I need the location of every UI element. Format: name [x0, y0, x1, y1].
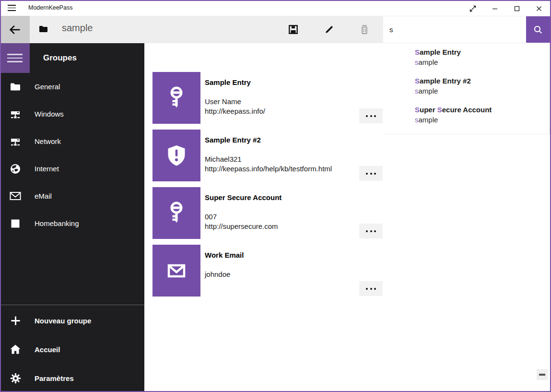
search-results-dropdown: Sample Entry sample Sample Entry #2 samp… — [383, 43, 550, 134]
more-options-button[interactable] — [359, 108, 383, 123]
back-arrow-icon — [8, 23, 22, 36]
search-result-item[interactable]: Super Secure Account sample — [415, 105, 539, 125]
entry-details: 007 http://supersecure.com — [205, 212, 278, 231]
entry-tile[interactable] — [152, 245, 200, 297]
sidebar-item-label: Network — [35, 137, 61, 145]
entry-title: Super Secure Account — [205, 193, 281, 202]
search-result-title: Sample Entry #2 — [415, 76, 539, 86]
new-group-button[interactable]: Nouveau groupe — [0, 306, 144, 335]
entry-tile[interactable] — [152, 187, 200, 239]
entry-title: Work Email — [205, 250, 244, 260]
search-result-item[interactable]: Sample Entry sample — [415, 48, 539, 67]
search-result-subtitle: sample — [415, 58, 539, 67]
entry-title: Sample Entry — [205, 78, 251, 87]
entry-username: User Name — [205, 97, 265, 107]
search-result-title: Sample Entry — [415, 48, 539, 57]
entry-username: Michael321 — [205, 154, 332, 164]
sidebar-item-label: eMail — [35, 192, 52, 200]
entry-username: 007 — [205, 212, 278, 222]
search-result-item[interactable]: Sample Entry #2 sample — [415, 76, 539, 96]
entry-url: http://keepass.info/ — [205, 107, 265, 116]
window-controls — [462, 1, 550, 16]
sidebar-footer: Nouveau groupe Accueil — [0, 306, 144, 392]
envelope-icon — [10, 191, 21, 201]
close-button[interactable] — [528, 1, 550, 16]
edit-pencil-icon — [324, 24, 334, 35]
plus-icon — [10, 315, 21, 326]
entry-url: http://supersecure.com — [205, 222, 278, 231]
entry-title: Sample Entry #2 — [205, 135, 261, 145]
sidebar-item-windows[interactable]: Windows — [0, 100, 144, 128]
minimize-icon — [491, 5, 499, 12]
minus-icon — [539, 374, 545, 376]
database-title: sample — [62, 23, 93, 34]
titlebar-hamburger-icon[interactable] — [0, 0, 23, 16]
database-folder-icon — [39, 25, 48, 35]
workgroup-icon — [10, 109, 21, 119]
sidebar-item-label: Windows — [35, 110, 64, 118]
delete-button[interactable] — [353, 16, 376, 43]
sidebar-item-label: General — [35, 83, 60, 91]
more-options-button[interactable] — [359, 281, 383, 296]
shield-alert-icon — [163, 142, 190, 169]
globe-icon — [10, 163, 21, 175]
search-result-title: Super Secure Account — [415, 105, 539, 115]
group-list: General Windows Network Internet — [0, 73, 144, 237]
entry-row: Work Email johndoe — [152, 245, 383, 297]
entry-details: johndoe — [205, 270, 230, 279]
home-icon — [10, 344, 21, 355]
sidebar-item-label: Paramètres — [35, 374, 74, 382]
entry-row: Super Secure Account 007 http://supersec… — [152, 187, 383, 239]
search-result-subtitle: sample — [415, 86, 539, 96]
save-button[interactable] — [281, 16, 305, 43]
settings-button[interactable]: Paramètres — [0, 364, 144, 392]
window-title: ModernKeePass — [28, 0, 72, 16]
sidebar-separator — [0, 305, 144, 305]
envelope-icon — [163, 257, 190, 284]
sidebar-hamburger-button[interactable] — [0, 43, 30, 73]
sidebar-item-label: Internet — [35, 165, 59, 173]
save-icon — [288, 24, 298, 35]
search-result-subtitle: sample — [415, 115, 539, 125]
sidebar-item-general[interactable]: General — [0, 73, 144, 100]
sidebar-item-email[interactable]: eMail — [0, 182, 144, 210]
zoom-out-button[interactable] — [537, 369, 548, 380]
maximize-icon — [513, 5, 521, 12]
more-options-button[interactable] — [359, 224, 383, 238]
sidebar-item-network[interactable]: Network — [0, 128, 144, 155]
sidebar-item-homebanking[interactable]: Homebanking — [0, 210, 144, 237]
entry-url: http://keepass.info/help/kb/testform.htm… — [205, 164, 332, 174]
entry-row: Sample Entry User Name http://keepass.in… — [152, 72, 383, 124]
sidebar-heading: Groupes — [43, 43, 77, 73]
sidebar-item-label: Homebanking — [35, 219, 79, 227]
sidebar: Groupes General Windows Network — [0, 43, 144, 392]
back-button[interactable] — [0, 16, 30, 43]
app-window: ModernKeePass — [0, 0, 551, 392]
entry-tile[interactable] — [152, 72, 200, 124]
title-bar: ModernKeePass — [0, 0, 551, 16]
more-options-button[interactable] — [359, 166, 383, 181]
edit-button[interactable] — [317, 16, 340, 43]
maximize-button[interactable] — [506, 1, 528, 16]
sidebar-item-internet[interactable]: Internet — [0, 155, 144, 182]
key-icon — [163, 84, 190, 111]
sidebar-item-label: Accueil — [35, 345, 60, 354]
trash-icon — [360, 24, 369, 35]
search-input[interactable] — [383, 16, 526, 43]
entry-details: User Name http://keepass.info/ — [205, 97, 265, 116]
square-icon — [10, 219, 21, 228]
search-icon — [533, 24, 543, 35]
key-icon — [163, 200, 190, 226]
entry-tile[interactable] — [152, 130, 200, 181]
minimize-button[interactable] — [484, 1, 506, 16]
entry-username: johndoe — [205, 270, 230, 279]
close-icon — [535, 5, 543, 12]
home-button[interactable]: Accueil — [0, 335, 144, 364]
app-bar: sample — [0, 16, 551, 43]
search-button[interactable] — [526, 16, 550, 43]
exit-fullscreen-icon — [469, 5, 477, 12]
entry-details: Michael321 http://keepass.info/help/kb/t… — [205, 154, 332, 174]
workgroup-icon — [10, 136, 21, 147]
entry-row: Sample Entry #2 Michael321 http://keepas… — [152, 130, 383, 181]
exit-fullscreen-button[interactable] — [462, 1, 484, 16]
